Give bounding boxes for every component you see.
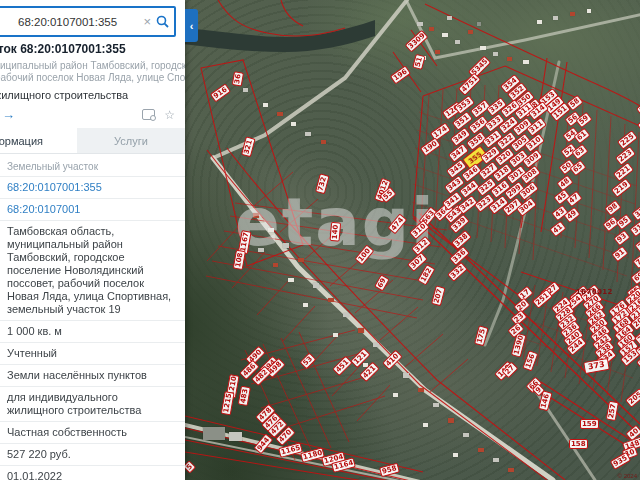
parcel-label[interactable]: 1215: [221, 391, 235, 416]
favorite-star-icon[interactable]: ☆: [164, 109, 175, 121]
open-details-arrow-icon[interactable]: →: [2, 107, 15, 122]
panel-tabs: Информация Услуги: [0, 128, 185, 154]
parcel-label[interactable]: 100: [354, 245, 374, 266]
parcel-address-line: Новолядинский поссовет, рабочий поселок …: [0, 72, 185, 84]
parcel-label[interactable]: 108: [233, 250, 246, 270]
collapse-panel-button[interactable]: ‹: [185, 9, 198, 42]
parcel-label[interactable]: 219: [611, 178, 632, 197]
parcel-label[interactable]: 483: [238, 386, 251, 406]
clear-search-icon[interactable]: ×: [138, 14, 156, 29]
parcel-label[interactable]: 41: [549, 221, 566, 237]
parcel-label[interactable]: 3309: [405, 29, 429, 52]
parcel-label[interactable]: 332: [447, 262, 468, 282]
parcel-label[interactable]: 53: [299, 353, 316, 370]
detail-row: Частная собственность: [0, 422, 185, 444]
parcel-label[interactable]: 935: [610, 452, 631, 470]
tab-services[interactable]: Услуги: [77, 128, 185, 153]
parcel-label[interactable]: 156: [522, 351, 538, 372]
search-bar[interactable]: 68:20:0107001:355 ×: [0, 6, 176, 37]
detail-row: Земли населённых пунктов: [0, 365, 185, 387]
cadastral-number-link[interactable]: 68:20:0107001: [0, 199, 185, 221]
parcel-label[interactable]: 207: [431, 286, 445, 307]
tab-information[interactable]: Информация: [0, 128, 77, 153]
cadastral-number-link[interactable]: 68:20:0107001:355: [0, 177, 185, 199]
detail-row: 01.01.2022: [0, 466, 185, 480]
parcel-label[interactable]: 205: [625, 388, 640, 408]
parcel-label[interactable]: 33: [631, 205, 640, 221]
parcel-label[interactable]: 140: [330, 222, 342, 241]
detail-row: 1 000 кв. м: [0, 321, 185, 343]
details-list: Земельный участок68:20:0107001:35568:20:…: [0, 154, 185, 480]
details-view-icon[interactable]: [142, 109, 155, 120]
search-icon[interactable]: [156, 15, 169, 28]
parcel-label[interactable]: 51: [412, 54, 425, 70]
detail-row: 527 220 руб.: [0, 444, 185, 466]
info-panel: 68:20:0107001:355 × Земельный участок 68…: [0, 0, 185, 480]
detail-row: для индивидуального жилищного строительс…: [0, 387, 185, 422]
parcel-label[interactable]: 31: [629, 221, 640, 237]
actions-row: → ☆: [0, 101, 185, 125]
detail-row: Тамбовская область, муниципальный район …: [0, 221, 185, 321]
map-canvas[interactable]: etagi 9163632119633095153454751354352350…: [185, 0, 640, 480]
parcel-label[interactable]: 69: [630, 269, 640, 285]
parcel-label[interactable]: 159: [580, 419, 599, 429]
parcel-label[interactable]: 69: [374, 275, 390, 292]
parcel-label[interactable]: 916: [210, 84, 231, 103]
parcel-label[interactable]: 190: [420, 138, 441, 157]
parcel-label[interactable]: 71: [632, 253, 640, 269]
detail-row: Учтенный: [0, 343, 185, 365]
parcel-label[interactable]: 373: [583, 358, 609, 374]
parcel-label[interactable]: 421: [359, 362, 379, 382]
search-input[interactable]: 68:20:0107001:355: [18, 16, 138, 28]
parcel-label[interactable]: 5: [185, 460, 196, 473]
parcel-label[interactable]: 36: [232, 71, 244, 86]
quarter-label: 1076012: [575, 288, 614, 296]
parcel-label[interactable]: 93: [613, 230, 630, 246]
app-window: etagi 9163632119633095153454751354352350…: [0, 0, 640, 480]
action-icons: ☆: [142, 109, 175, 121]
parcel-label[interactable]: 321: [241, 137, 255, 158]
map-attribution: © 2024: [618, 473, 637, 479]
parcel-label[interactable]: 474: [387, 214, 407, 235]
parcel-label[interactable]: 196: [390, 66, 411, 85]
parcel-label[interactable]: 182: [417, 264, 435, 285]
parcel-label[interactable]: 175: [474, 326, 488, 347]
parcel-label[interactable]: 732: [315, 174, 329, 195]
parcel-label[interactable]: 451: [332, 356, 352, 376]
parcel-label[interactable]: 98: [604, 200, 621, 216]
permitted-use-text: для индивидуального жилищного строительс…: [0, 89, 185, 101]
parcel-label[interactable]: 158: [569, 439, 588, 449]
parcel-label[interactable]: 314: [636, 97, 640, 116]
parcel-label[interactable]: 73: [634, 237, 640, 253]
parcel-address-line: Тамбовская область, муниципальный район …: [0, 60, 185, 72]
parcel-label[interactable]: 410: [382, 350, 402, 370]
parcel-label[interactable]: 91: [611, 246, 628, 262]
parcel-label[interactable]: 944: [253, 434, 273, 455]
page-title: Земельный участок 68:20:0107001:355: [0, 42, 185, 56]
parcel-label[interactable]: 257: [606, 401, 619, 421]
section-label: Земельный участок: [0, 154, 185, 177]
parcel-label[interactable]: 4751: [458, 72, 482, 96]
parcel-summary: Земельный участок 68:20:0107001:355 Тамб…: [0, 42, 185, 125]
parcel-labels-layer: 9163632119633095153454751354352350348153…: [185, 0, 640, 480]
chevron-left-icon: ‹: [190, 20, 194, 32]
parcel-label[interactable]: 958: [379, 463, 400, 477]
